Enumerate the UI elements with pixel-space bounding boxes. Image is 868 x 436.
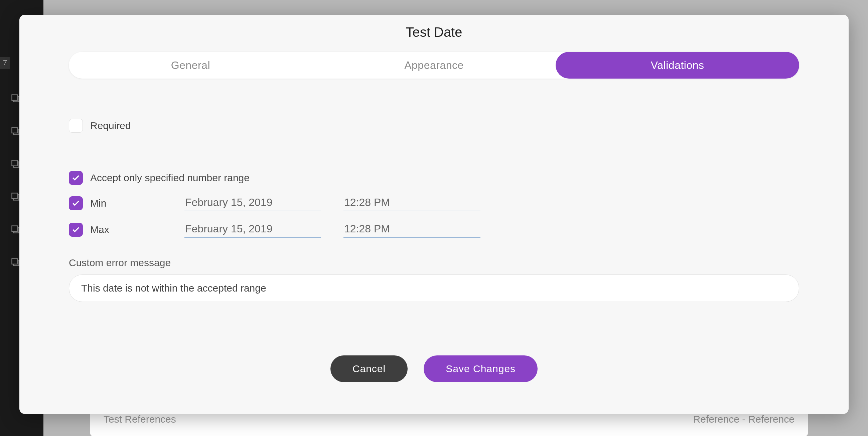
max-date-input[interactable] [184, 221, 321, 238]
sidebar-item-icon[interactable] [11, 258, 20, 267]
min-label: Min [90, 198, 177, 209]
modal-title: Test Date [69, 25, 799, 40]
svg-rect-0 [12, 95, 18, 100]
field-settings-modal: Test Date General Appearance Validations… [20, 15, 848, 414]
sidebar-item-icon[interactable] [11, 192, 20, 201]
sidebar-icons [11, 94, 20, 267]
svg-rect-1 [12, 128, 18, 133]
min-date-input[interactable] [184, 195, 321, 211]
cancel-button[interactable]: Cancel [331, 355, 408, 382]
modal-actions: Cancel Save Changes [69, 355, 799, 382]
svg-rect-2 [12, 161, 18, 166]
range-label: Accept only specified number range [90, 172, 250, 183]
svg-rect-4 [12, 226, 18, 231]
min-row: Min [69, 195, 799, 211]
svg-rect-5 [12, 259, 18, 264]
sidebar-count-badge: 7 [0, 57, 10, 69]
required-checkbox[interactable] [69, 119, 83, 133]
required-row: Required [69, 119, 799, 133]
background-card-title: Test References [103, 414, 176, 425]
validations-panel: Required Accept only specified number ra… [69, 119, 799, 302]
custom-error-label: Custom error message [69, 257, 799, 268]
background-card-meta: Reference - Reference [693, 414, 795, 425]
range-checkbox[interactable] [69, 171, 83, 185]
max-label: Max [90, 224, 177, 235]
tab-general[interactable]: General [69, 52, 312, 79]
max-time-input[interactable] [343, 221, 480, 238]
required-label: Required [90, 120, 131, 132]
sidebar-item-icon[interactable] [11, 126, 20, 136]
tab-validations[interactable]: Validations [556, 52, 799, 79]
sidebar-item-icon[interactable] [11, 94, 20, 103]
custom-error-input[interactable] [69, 274, 799, 302]
range-row: Accept only specified number range [69, 171, 799, 185]
save-button[interactable]: Save Changes [424, 355, 537, 382]
max-checkbox[interactable] [69, 223, 83, 237]
max-row: Max [69, 221, 799, 238]
tab-appearance[interactable]: Appearance [312, 52, 556, 79]
min-time-input[interactable] [343, 195, 480, 211]
sidebar-item-icon[interactable] [11, 225, 20, 234]
svg-rect-3 [12, 193, 18, 199]
sidebar-item-icon[interactable] [11, 159, 20, 169]
min-checkbox[interactable] [69, 196, 83, 210]
tab-bar: General Appearance Validations [69, 52, 799, 79]
